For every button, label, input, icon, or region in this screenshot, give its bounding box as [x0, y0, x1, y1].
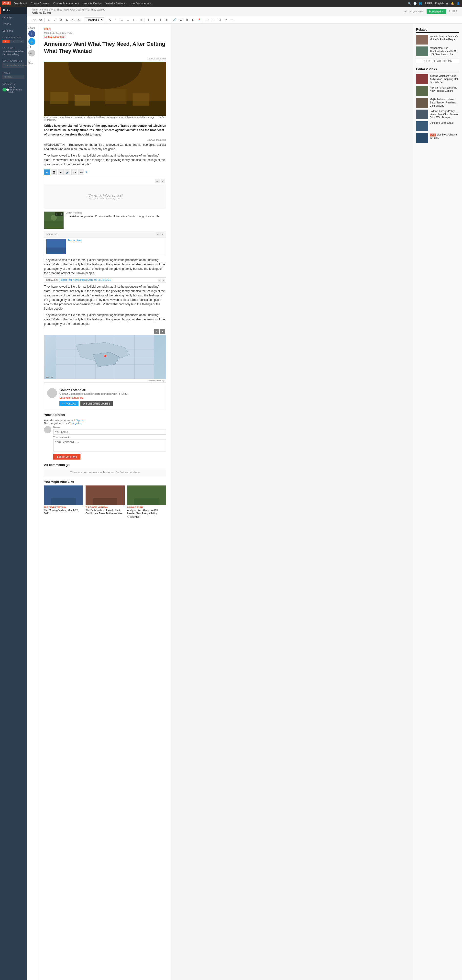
- editors-pick-5[interactable]: LIVE Live Blog: Ukraine In Crisis: [416, 133, 459, 143]
- nav-content-management[interactable]: Content Management: [53, 2, 79, 5]
- sidebar-item-trends[interactable]: Trends: [0, 21, 27, 27]
- svg-rect-27: [416, 46, 428, 56]
- toolbar-align-center-btn[interactable]: ≡: [152, 17, 157, 22]
- nav-website-design[interactable]: Website Design: [83, 2, 102, 5]
- editors-pick-0[interactable]: 'Glaring Violations' Cited As Russian Sh…: [416, 74, 459, 84]
- toolbar-italic-btn[interactable]: I: [52, 17, 57, 22]
- toolbar-align-right-btn[interactable]: ≡: [158, 17, 163, 22]
- toolbar-ul-btn[interactable]: ☰: [119, 17, 125, 22]
- toolbar-align-justify-btn[interactable]: ≡: [164, 17, 170, 22]
- see-also-inline-delete-btn[interactable]: ✕: [162, 278, 165, 282]
- inline-toolbar-paragraph-btn[interactable]: ●: [44, 170, 50, 175]
- editors-pick-1[interactable]: Pakistan's Pashtuns Find New 'Frontier G…: [416, 86, 459, 96]
- toolbar-undo-btn[interactable]: ↩: [205, 17, 210, 22]
- toolbar-subscript-btn[interactable]: X₂: [70, 17, 76, 22]
- inline-toolbar-audio-btn[interactable]: 🔊: [65, 170, 70, 175]
- toolbar-crop-btn[interactable]: ⊡: [217, 17, 222, 22]
- see-also-delete-btn[interactable]: ✕: [160, 232, 164, 236]
- see-also-inline-text[interactable]: Robert Test News graphic:2019-06-28 11:2…: [59, 278, 111, 281]
- see-also-text[interactable]: Test embed: [68, 239, 82, 254]
- sidebar-item-settings[interactable]: Settings: [0, 14, 27, 21]
- comments-toggle[interactable]: [2, 88, 6, 91]
- share-facebook-button[interactable]: f: [29, 30, 35, 37]
- toolbar-underline-btn[interactable]: U: [58, 17, 64, 22]
- share-twitter-button[interactable]: 🐦: [29, 38, 35, 45]
- toolbar-strikethrough-btn[interactable]: S: [64, 17, 70, 22]
- inline-toolbar-code-btn[interactable]: <>: [71, 170, 77, 175]
- toolbar-table-btn[interactable]: ▦: [184, 17, 190, 22]
- tags-input[interactable]: [2, 75, 24, 79]
- toolbar-grid-btn[interactable]: ⊞: [191, 17, 196, 22]
- subscribe-rss-button[interactable]: ⊕ SUBSCRIBE VIA RSS: [81, 401, 113, 406]
- also-like-item-0[interactable]: THE POWER VERTICAL The Morning Vertical,…: [44, 485, 83, 518]
- also-like-item-1[interactable]: THE POWER VERTICAL The Daily Vertical: A…: [86, 485, 125, 518]
- toolbar-superscript-btn[interactable]: X²: [76, 17, 82, 22]
- also-like-item-2[interactable]: QISHLOQ OVOZI Analysis: Kazakhstan — Old…: [127, 485, 166, 518]
- toolbar-align-left-btn[interactable]: ≡: [146, 17, 151, 22]
- device-btn-small[interactable]: S: [17, 40, 24, 43]
- help-button[interactable]: ? HELP: [449, 10, 457, 13]
- share-icons: f 🐦 14 ••• 🖨 Print...: [29, 30, 37, 65]
- related-item-0[interactable]: Kremlin Rejects Sentsov's Mother's Pardo…: [416, 35, 459, 45]
- device-btn-large[interactable]: L: [2, 40, 10, 43]
- user-avatar[interactable]: 👤: [457, 2, 460, 5]
- map-edit-btn[interactable]: ✏: [154, 329, 159, 334]
- clock-icon[interactable]: 🕐: [413, 2, 417, 5]
- toolbar-color-btn[interactable]: A: [107, 17, 113, 22]
- follow-button[interactable]: 🐦 FOLLOW: [59, 401, 78, 406]
- dynamic-block-delete-btn[interactable]: ✕: [160, 179, 165, 183]
- editors-pick-3[interactable]: Bolton's Foreign-Policy Views Have Often…: [416, 110, 459, 119]
- cms-logo[interactable]: CMS: [2, 2, 11, 5]
- sidebar-item-versions[interactable]: Versions: [0, 27, 27, 34]
- author-email[interactable]: Estandiari@rferl.org: [59, 396, 163, 399]
- toolbar-image-btn[interactable]: 🖼: [178, 17, 184, 22]
- globe-icon[interactable]: 🌐: [419, 2, 422, 5]
- editors-pick-4[interactable]: Ukraine's Dead Coast: [416, 121, 459, 131]
- toolbar-source-btn[interactable]: <>: [32, 17, 37, 22]
- toolbar-mappin-btn[interactable]: 📍: [197, 17, 202, 22]
- inline-toolbar-image-btn[interactable]: 🖼: [51, 170, 57, 175]
- toolbar-indent-left-btn[interactable]: ⇤: [132, 17, 137, 22]
- toolbar-heading-select[interactable]: Heading 1 Heading 2 Heading 3 Normal: [84, 18, 104, 22]
- see-also-inline-edit-btn[interactable]: ✏: [158, 278, 161, 282]
- share-count: 14: [29, 46, 31, 49]
- toolbar-redo-btn[interactable]: ↪: [211, 17, 216, 22]
- see-also-edit-btn[interactable]: ✏: [156, 232, 160, 236]
- editors-pick-2[interactable]: Majlis Podcast: Is Iran-Saudi Tension Re…: [416, 98, 459, 108]
- nav-user-management[interactable]: User Management: [130, 2, 152, 5]
- toolbar-html-btn[interactable]: </>: [38, 17, 43, 22]
- name-input[interactable]: [53, 429, 166, 434]
- toolbar-scissors-btn[interactable]: ✂: [223, 17, 228, 22]
- dynamic-block-edit-btn[interactable]: ✏: [155, 179, 160, 183]
- submit-comment-button[interactable]: Submit comment: [53, 454, 81, 460]
- nav-dashboard[interactable]: Dashboard: [14, 2, 27, 5]
- related-item-1[interactable]: Afghanistan, The 'Unintended Casualty' O…: [416, 46, 459, 56]
- toolbar-bold-btn[interactable]: B: [46, 17, 51, 22]
- inline-toolbar-more-btn[interactable]: •••: [78, 170, 84, 175]
- search-icon[interactable]: 🔍: [408, 2, 411, 5]
- grid-icon[interactable]: ⊞: [446, 2, 448, 5]
- nav-create-content[interactable]: Create Content: [31, 2, 49, 5]
- image-caption-img-controls: ✏ ✕: [55, 212, 63, 216]
- bell-icon[interactable]: 🔔: [451, 2, 454, 5]
- toolbar-indent-right-btn[interactable]: ⇥: [138, 17, 143, 22]
- toolbar-blockquote-btn[interactable]: ": [113, 17, 119, 22]
- print-button[interactable]: 🖨 Print...: [29, 59, 37, 65]
- toolbar-link-btn[interactable]: 🔗: [172, 17, 178, 22]
- published-button[interactable]: Published ▼: [427, 9, 446, 14]
- image-caption-delete-btn[interactable]: ✕: [59, 212, 63, 216]
- share-more-button[interactable]: •••: [29, 50, 35, 57]
- article-author[interactable]: Golnaz Estandiari: [44, 35, 166, 38]
- toolbar-more-btn[interactable]: •••: [229, 17, 234, 22]
- image-caption-edit-btn[interactable]: ✏: [55, 212, 59, 216]
- device-btn-medium[interactable]: M: [10, 40, 17, 43]
- map-delete-btn[interactable]: ✕: [160, 329, 165, 334]
- comment-textarea[interactable]: [53, 439, 166, 452]
- nav-website-settings[interactable]: Website Settings: [106, 2, 125, 5]
- register-link[interactable]: Register: [71, 422, 81, 425]
- edit-related-items-button[interactable]: ✏ EDIT RELATED ITEMS: [416, 58, 459, 64]
- sign-in-link[interactable]: Sign in: [76, 419, 84, 422]
- sidebar-item-editor[interactable]: Editor: [0, 7, 27, 14]
- toolbar-ol-btn[interactable]: ☰: [125, 17, 131, 22]
- inline-toolbar-video-btn[interactable]: ▶: [58, 170, 64, 175]
